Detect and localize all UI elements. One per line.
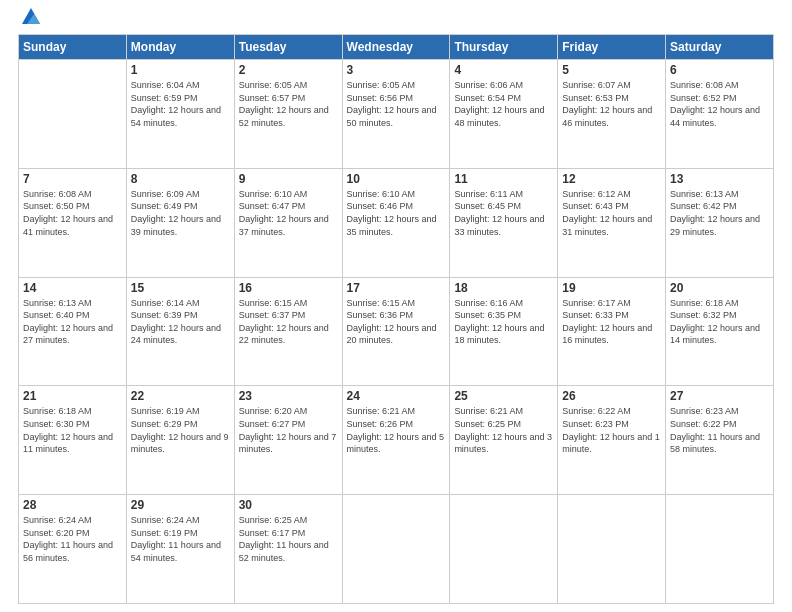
- cell-0-0: [19, 60, 127, 169]
- cell-3-5: 26Sunrise: 6:22 AMSunset: 6:23 PMDayligh…: [558, 386, 666, 495]
- day-number: 14: [23, 281, 122, 295]
- cell-4-5: [558, 495, 666, 604]
- cell-info: Sunrise: 6:23 AMSunset: 6:22 PMDaylight:…: [670, 405, 769, 455]
- cell-0-1: 1Sunrise: 6:04 AMSunset: 6:59 PMDaylight…: [126, 60, 234, 169]
- cell-info: Sunrise: 6:09 AMSunset: 6:49 PMDaylight:…: [131, 188, 230, 238]
- cell-3-2: 23Sunrise: 6:20 AMSunset: 6:27 PMDayligh…: [234, 386, 342, 495]
- cell-4-6: [666, 495, 774, 604]
- day-number: 9: [239, 172, 338, 186]
- cell-info: Sunrise: 6:18 AMSunset: 6:32 PMDaylight:…: [670, 297, 769, 347]
- cell-4-3: [342, 495, 450, 604]
- day-number: 13: [670, 172, 769, 186]
- cell-1-3: 10Sunrise: 6:10 AMSunset: 6:46 PMDayligh…: [342, 168, 450, 277]
- cell-4-2: 30Sunrise: 6:25 AMSunset: 6:17 PMDayligh…: [234, 495, 342, 604]
- day-number: 16: [239, 281, 338, 295]
- day-number: 19: [562, 281, 661, 295]
- day-number: 10: [347, 172, 446, 186]
- cell-info: Sunrise: 6:24 AMSunset: 6:19 PMDaylight:…: [131, 514, 230, 564]
- week-row-3: 21Sunrise: 6:18 AMSunset: 6:30 PMDayligh…: [19, 386, 774, 495]
- day-number: 6: [670, 63, 769, 77]
- day-number: 12: [562, 172, 661, 186]
- cell-1-2: 9Sunrise: 6:10 AMSunset: 6:47 PMDaylight…: [234, 168, 342, 277]
- cell-0-3: 3Sunrise: 6:05 AMSunset: 6:56 PMDaylight…: [342, 60, 450, 169]
- day-number: 8: [131, 172, 230, 186]
- cell-3-1: 22Sunrise: 6:19 AMSunset: 6:29 PMDayligh…: [126, 386, 234, 495]
- cell-info: Sunrise: 6:08 AMSunset: 6:50 PMDaylight:…: [23, 188, 122, 238]
- cell-1-4: 11Sunrise: 6:11 AMSunset: 6:45 PMDayligh…: [450, 168, 558, 277]
- col-saturday: Saturday: [666, 35, 774, 60]
- cell-info: Sunrise: 6:13 AMSunset: 6:40 PMDaylight:…: [23, 297, 122, 347]
- cell-info: Sunrise: 6:19 AMSunset: 6:29 PMDaylight:…: [131, 405, 230, 455]
- cell-info: Sunrise: 6:22 AMSunset: 6:23 PMDaylight:…: [562, 405, 661, 455]
- cell-info: Sunrise: 6:08 AMSunset: 6:52 PMDaylight:…: [670, 79, 769, 129]
- cell-info: Sunrise: 6:05 AMSunset: 6:56 PMDaylight:…: [347, 79, 446, 129]
- page: Sunday Monday Tuesday Wednesday Thursday…: [0, 0, 792, 612]
- cell-1-1: 8Sunrise: 6:09 AMSunset: 6:49 PMDaylight…: [126, 168, 234, 277]
- col-wednesday: Wednesday: [342, 35, 450, 60]
- cell-info: Sunrise: 6:12 AMSunset: 6:43 PMDaylight:…: [562, 188, 661, 238]
- logo: [18, 10, 42, 28]
- cell-0-5: 5Sunrise: 6:07 AMSunset: 6:53 PMDaylight…: [558, 60, 666, 169]
- day-number: 25: [454, 389, 553, 403]
- cell-info: Sunrise: 6:21 AMSunset: 6:25 PMDaylight:…: [454, 405, 553, 455]
- cell-info: Sunrise: 6:07 AMSunset: 6:53 PMDaylight:…: [562, 79, 661, 129]
- cell-info: Sunrise: 6:06 AMSunset: 6:54 PMDaylight:…: [454, 79, 553, 129]
- cell-info: Sunrise: 6:10 AMSunset: 6:46 PMDaylight:…: [347, 188, 446, 238]
- cell-info: Sunrise: 6:21 AMSunset: 6:26 PMDaylight:…: [347, 405, 446, 455]
- header: [18, 10, 774, 28]
- day-number: 30: [239, 498, 338, 512]
- logo-icon: [20, 6, 42, 28]
- calendar-table: Sunday Monday Tuesday Wednesday Thursday…: [18, 34, 774, 604]
- cell-3-4: 25Sunrise: 6:21 AMSunset: 6:25 PMDayligh…: [450, 386, 558, 495]
- day-number: 29: [131, 498, 230, 512]
- cell-2-2: 16Sunrise: 6:15 AMSunset: 6:37 PMDayligh…: [234, 277, 342, 386]
- col-thursday: Thursday: [450, 35, 558, 60]
- cell-info: Sunrise: 6:05 AMSunset: 6:57 PMDaylight:…: [239, 79, 338, 129]
- cell-1-0: 7Sunrise: 6:08 AMSunset: 6:50 PMDaylight…: [19, 168, 127, 277]
- cell-info: Sunrise: 6:17 AMSunset: 6:33 PMDaylight:…: [562, 297, 661, 347]
- cell-3-0: 21Sunrise: 6:18 AMSunset: 6:30 PMDayligh…: [19, 386, 127, 495]
- cell-4-0: 28Sunrise: 6:24 AMSunset: 6:20 PMDayligh…: [19, 495, 127, 604]
- cell-4-1: 29Sunrise: 6:24 AMSunset: 6:19 PMDayligh…: [126, 495, 234, 604]
- col-friday: Friday: [558, 35, 666, 60]
- cell-info: Sunrise: 6:14 AMSunset: 6:39 PMDaylight:…: [131, 297, 230, 347]
- cell-info: Sunrise: 6:11 AMSunset: 6:45 PMDaylight:…: [454, 188, 553, 238]
- calendar-body: 1Sunrise: 6:04 AMSunset: 6:59 PMDaylight…: [19, 60, 774, 604]
- day-number: 5: [562, 63, 661, 77]
- cell-info: Sunrise: 6:18 AMSunset: 6:30 PMDaylight:…: [23, 405, 122, 455]
- cell-2-5: 19Sunrise: 6:17 AMSunset: 6:33 PMDayligh…: [558, 277, 666, 386]
- cell-info: Sunrise: 6:24 AMSunset: 6:20 PMDaylight:…: [23, 514, 122, 564]
- cell-2-1: 15Sunrise: 6:14 AMSunset: 6:39 PMDayligh…: [126, 277, 234, 386]
- day-number: 1: [131, 63, 230, 77]
- cell-0-4: 4Sunrise: 6:06 AMSunset: 6:54 PMDaylight…: [450, 60, 558, 169]
- cell-0-6: 6Sunrise: 6:08 AMSunset: 6:52 PMDaylight…: [666, 60, 774, 169]
- day-number: 21: [23, 389, 122, 403]
- day-number: 23: [239, 389, 338, 403]
- cell-info: Sunrise: 6:04 AMSunset: 6:59 PMDaylight:…: [131, 79, 230, 129]
- week-row-1: 7Sunrise: 6:08 AMSunset: 6:50 PMDaylight…: [19, 168, 774, 277]
- day-number: 22: [131, 389, 230, 403]
- day-number: 27: [670, 389, 769, 403]
- day-number: 18: [454, 281, 553, 295]
- day-number: 11: [454, 172, 553, 186]
- col-monday: Monday: [126, 35, 234, 60]
- cell-2-4: 18Sunrise: 6:16 AMSunset: 6:35 PMDayligh…: [450, 277, 558, 386]
- cell-info: Sunrise: 6:25 AMSunset: 6:17 PMDaylight:…: [239, 514, 338, 564]
- cell-info: Sunrise: 6:16 AMSunset: 6:35 PMDaylight:…: [454, 297, 553, 347]
- cell-info: Sunrise: 6:10 AMSunset: 6:47 PMDaylight:…: [239, 188, 338, 238]
- cell-2-0: 14Sunrise: 6:13 AMSunset: 6:40 PMDayligh…: [19, 277, 127, 386]
- week-row-2: 14Sunrise: 6:13 AMSunset: 6:40 PMDayligh…: [19, 277, 774, 386]
- day-number: 15: [131, 281, 230, 295]
- day-number: 24: [347, 389, 446, 403]
- col-tuesday: Tuesday: [234, 35, 342, 60]
- cell-info: Sunrise: 6:15 AMSunset: 6:36 PMDaylight:…: [347, 297, 446, 347]
- cell-1-6: 13Sunrise: 6:13 AMSunset: 6:42 PMDayligh…: [666, 168, 774, 277]
- cell-3-3: 24Sunrise: 6:21 AMSunset: 6:26 PMDayligh…: [342, 386, 450, 495]
- cell-0-2: 2Sunrise: 6:05 AMSunset: 6:57 PMDaylight…: [234, 60, 342, 169]
- day-number: 7: [23, 172, 122, 186]
- day-number: 4: [454, 63, 553, 77]
- week-row-4: 28Sunrise: 6:24 AMSunset: 6:20 PMDayligh…: [19, 495, 774, 604]
- day-number: 3: [347, 63, 446, 77]
- cell-2-6: 20Sunrise: 6:18 AMSunset: 6:32 PMDayligh…: [666, 277, 774, 386]
- col-sunday: Sunday: [19, 35, 127, 60]
